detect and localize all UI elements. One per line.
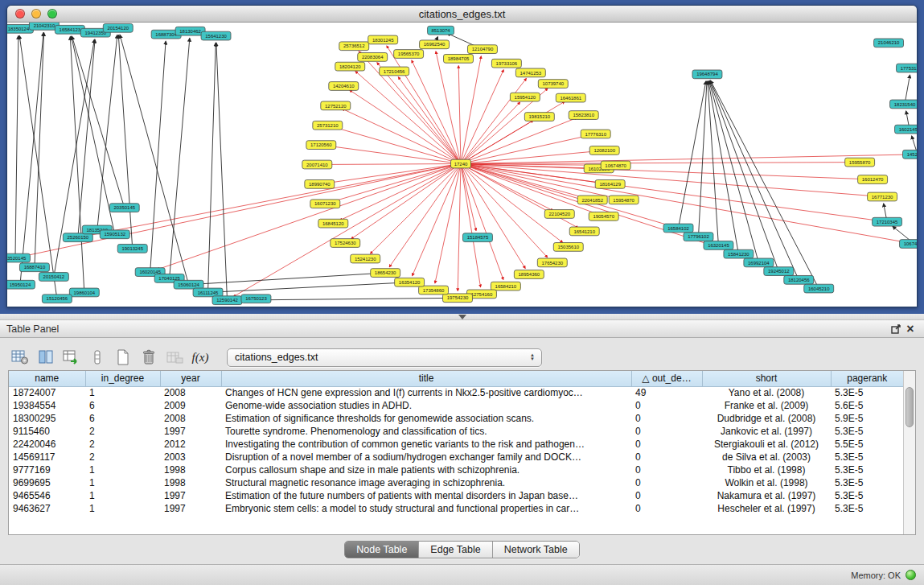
cell-out_degree[interactable]: 0 [631,463,702,476]
graph-node[interactable]: 25731210 [313,121,343,130]
graph-node[interactable]: 21046210 [874,39,904,47]
graph-node[interactable]: 22104520 [544,210,574,219]
splitter-arrow-icon[interactable] [458,315,466,319]
graph-edge[interactable] [461,56,481,164]
graph-node[interactable]: 18130462 [175,27,205,35]
graph-node[interactable]: 20350145 [109,204,139,212]
graph-edge[interactable] [435,164,461,283]
graph-node[interactable]: 16021450 [895,125,917,134]
cell-short[interactable]: Dudbridge et al. (2008) [702,412,831,425]
zoom-window-icon[interactable] [47,9,57,19]
table-row[interactable]: 946554611997Estimation of the future num… [9,489,903,502]
graph-node[interactable]: 16962540 [420,40,450,49]
graph-node[interactable]: 17210345 [873,217,902,226]
graph-node[interactable]: 15841230 [724,249,754,258]
cell-name[interactable]: 9463627 [9,502,85,515]
cell-year[interactable]: 1998 [160,463,221,476]
cell-in_degree[interactable]: 2 [85,425,160,438]
graph-node[interactable]: 12082100 [589,146,619,155]
column-header-out_degree[interactable]: △ out_de… [631,371,702,386]
cell-title[interactable]: Genome-wide association studies in ADHD. [221,399,631,412]
graph-node[interactable]: 16992104 [744,258,774,267]
tab-node-table[interactable]: Node Table [345,542,418,558]
graph-node[interactable]: 16541210 [569,227,599,236]
graph-node[interactable]: 12104790 [467,45,497,54]
column-header-in_degree[interactable]: in_degree [85,371,160,386]
cell-in_degree[interactable]: 2 [85,438,160,451]
table-row[interactable]: 1456911722003Disruption of a novel membe… [9,451,903,463]
graph-node[interactable]: 17210456 [380,67,409,76]
graph-edge[interactable] [359,51,461,164]
graph-edge[interactable] [78,39,95,237]
cell-year[interactable]: 2003 [160,451,221,463]
graph-edge[interactable] [23,164,461,257]
graph-node[interactable]: 16071230 [310,200,340,208]
graph-node[interactable]: 17776310 [581,130,610,138]
graph-node[interactable]: 16887410 [19,263,49,272]
table-options-icon[interactable] [10,347,31,368]
vertical-scrollbar[interactable] [903,371,915,534]
graph-node[interactable]: 13520145 [7,253,30,262]
cell-year[interactable]: 2012 [160,438,221,451]
graph-node[interactable]: 10674870 [601,161,630,170]
cell-short[interactable]: Nakamura et al. (1997) [702,489,831,502]
cell-name[interactable]: 18300295 [9,412,85,425]
graph-node[interactable]: 17120560 [306,141,336,150]
window-titlebar[interactable]: citations_edges.txt [7,6,917,23]
graph-node[interactable]: 18164129 [595,180,625,189]
graph-edge[interactable] [15,36,18,258]
graph-edge[interactable] [436,51,461,164]
import-table-icon[interactable] [164,347,185,368]
cell-name[interactable]: 9699695 [9,476,85,489]
graph-node[interactable]: 15954870 [609,196,639,204]
graph-edge[interactable] [461,164,503,280]
cell-year[interactable]: 2009 [160,399,221,412]
graph-node[interactable]: 16584123 [55,25,84,34]
cell-name[interactable]: 14569117 [9,451,85,463]
graph-node[interactable]: 16111245 [193,288,223,297]
graph-node[interactable]: 25736512 [339,42,369,51]
cell-out_degree[interactable]: 49 [631,386,702,399]
cell-title[interactable]: Investigating the contribution of common… [221,438,631,451]
graph-node[interactable]: 16320145 [704,241,733,250]
graph-node[interactable]: 18120456 [784,275,814,284]
graph-edge[interactable] [20,33,43,285]
graph-edge[interactable] [216,43,228,300]
cell-pagerank[interactable]: 5.3E-5 [831,502,903,515]
graph-node[interactable]: 16045210 [804,284,834,293]
graph-node[interactable]: 17753123 [897,64,917,72]
table-row[interactable]: 969969511998Structural magnetic resonanc… [9,476,903,489]
graph-node[interactable]: 12590142 [212,296,242,305]
cell-out_degree[interactable]: 0 [631,425,702,438]
graph-node[interactable]: 17524630 [331,239,360,248]
citation-network-graph[interactable]: 1724025736512183012451956537016962540189… [7,23,917,307]
cell-title[interactable]: Corpus callosum shape and size in male p… [221,463,631,476]
graph-edge[interactable] [324,164,461,165]
graph-node[interactable]: 18301245 [368,35,398,44]
column-header-year[interactable]: year [160,371,221,386]
graph-node[interactable]: 17354860 [419,286,449,295]
cell-in_degree[interactable]: 1 [85,476,160,489]
cell-out_degree[interactable]: 0 [631,476,702,489]
graph-node[interactable]: 15955870 [845,158,875,167]
graph-node[interactable]: 14204610 [329,82,359,91]
cell-title[interactable]: Tourette syndrome. Phenomenology and cla… [221,425,631,438]
graph-node[interactable]: 10739740 [538,80,568,89]
cell-out_degree[interactable]: 0 [631,399,702,412]
tab-network-table[interactable]: Network Table [492,542,579,558]
graph-edge[interactable] [350,90,461,164]
cell-out_degree[interactable]: 0 [631,502,702,515]
close-panel-icon[interactable]: × [903,323,918,336]
graph-edge[interactable] [389,164,461,267]
minimize-window-icon[interactable] [31,9,41,19]
graph-node[interactable]: 16461861 [556,93,585,102]
graph-node[interactable]: 14741253 [515,68,545,77]
graph-node[interactable]: 19245012 [764,267,794,276]
cell-out_degree[interactable]: 0 [631,489,702,502]
cell-short[interactable]: Stergiakouli et al. (2012) [702,438,831,451]
graph-node[interactable]: 16012470 [858,175,888,184]
close-window-icon[interactable] [15,9,25,19]
cell-pagerank[interactable]: 5.5E-5 [831,438,903,451]
scrollbar-thumb[interactable] [906,387,914,427]
graph-edge[interactable] [710,80,799,279]
